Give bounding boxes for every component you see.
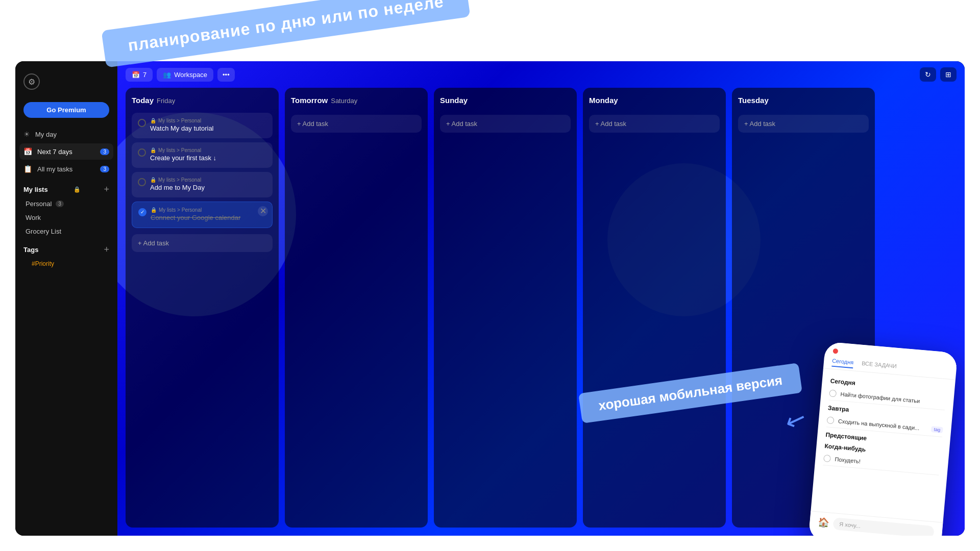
column-today: Today Friday 🔒 My lists > Personal Watch… xyxy=(126,88,279,528)
top-annotation-banner: планирование по дню или по неделе xyxy=(101,0,470,68)
monday-day-label: Monday xyxy=(589,96,618,105)
today-day-label: Today xyxy=(132,96,154,105)
add-task-button-today[interactable]: + Add task xyxy=(132,234,273,252)
mobile-task-circle xyxy=(829,389,837,397)
mobile-task-circle xyxy=(826,416,834,424)
workspace-icon: 👥 xyxy=(163,71,171,79)
mobile-home-icon[interactable]: 🏠 xyxy=(818,517,830,529)
mobile-tab-today[interactable]: Сегодня xyxy=(831,358,854,369)
all-tasks-icon: 📋 xyxy=(23,165,32,173)
refresh-button[interactable]: ↻ xyxy=(920,67,936,82)
workspace-label: Workspace xyxy=(174,71,207,79)
today-date-label: Friday xyxy=(157,97,175,105)
calendar-view-button[interactable]: 📅 7 xyxy=(126,68,153,82)
task-remove-button[interactable]: ✕ xyxy=(258,206,268,216)
tomorrow-date-label: Saturday xyxy=(331,97,357,105)
mobile-task-text: Сходить на выпускной в сади... xyxy=(838,418,927,432)
column-tomorrow: Tomorrow Saturday + Add task xyxy=(285,88,428,528)
task-title: Watch My day tutorial xyxy=(150,124,214,133)
mobile-close-dot xyxy=(833,348,839,354)
sidebar-item-label: All my tasks xyxy=(37,165,72,173)
mobile-tab-all[interactable]: ВСЕ ЗАДАЧИ xyxy=(861,360,897,372)
column-tuesday-header: Tuesday xyxy=(738,96,869,105)
work-label: Work xyxy=(26,214,41,221)
add-list-button[interactable]: + xyxy=(104,184,109,195)
sidebar-item-label: Next 7 days xyxy=(37,148,72,156)
column-monday-header: Monday xyxy=(589,96,720,105)
all-tasks-badge: 3 xyxy=(100,166,109,172)
lock-icon: 🔒 xyxy=(74,186,81,193)
settings-icon-wrapper: ⚙ xyxy=(15,69,117,98)
column-sunday: Sunday + Add task xyxy=(434,88,577,528)
column-tomorrow-header: Tomorrow Saturday xyxy=(291,96,422,105)
task-card-top: 🔒 My lists > Personal Add me to My Day xyxy=(138,177,266,192)
add-task-button-tomorrow[interactable]: + Add task xyxy=(291,115,422,133)
calendar-label: 7 xyxy=(143,71,146,79)
sidebar-list-grocery[interactable]: Grocery List xyxy=(17,224,115,238)
my-lists-header: My lists 🔒 + xyxy=(15,178,117,197)
task-checkbox[interactable] xyxy=(138,119,146,127)
tags-section: Tags + #Priority xyxy=(15,238,117,271)
column-sunday-header: Sunday xyxy=(440,96,571,105)
task-checkbox-checked[interactable]: ✓ xyxy=(138,208,146,216)
sidebar-item-label: My day xyxy=(35,131,57,138)
go-premium-button[interactable]: Go Premium xyxy=(23,102,109,118)
sidebar-list-personal[interactable]: Personal 3 xyxy=(17,197,115,211)
task-checkbox[interactable] xyxy=(138,178,146,186)
mobile-content: Сегодня Найти фотографии для статьи Завт… xyxy=(811,368,955,522)
toolbar-right: ↻ ⊞ xyxy=(920,67,957,82)
task-card-watch-tutorial[interactable]: 🔒 My lists > Personal Watch My day tutor… xyxy=(132,113,273,138)
sidebar-list-work[interactable]: Work xyxy=(17,211,115,224)
task-card-top: 🔒 My lists > Personal Watch My day tutor… xyxy=(138,118,266,133)
tags-label: Tags xyxy=(23,246,38,254)
next-7-days-icon: 📅 xyxy=(23,147,32,156)
mobile-input[interactable]: Я хочу... xyxy=(832,517,934,536)
task-content: 🔒 My lists > Personal Watch My day tutor… xyxy=(150,118,214,133)
workspace-button[interactable]: 👥 Workspace xyxy=(157,68,213,82)
task-card-create-task[interactable]: 🔒 My lists > Personal Create your first … xyxy=(132,142,273,168)
my-day-icon: ☀ xyxy=(23,130,30,138)
column-monday: Monday + Add task xyxy=(583,88,726,528)
main-content: 📅 7 👥 Workspace ••• ↻ ⊞ Today Friday xyxy=(117,61,965,536)
personal-badge: 3 xyxy=(56,201,64,207)
mobile-mockup: Сегодня ВСЕ ЗАДАЧИ Сегодня Найти фотогра… xyxy=(808,341,958,536)
add-task-button-monday[interactable]: + Add task xyxy=(589,115,720,133)
app-container: ⚙ Go Premium ☀ My day 📅 Next 7 days 3 📋 … xyxy=(15,61,965,536)
task-title: Add me to My Day xyxy=(150,184,205,192)
my-lists-label: My lists xyxy=(23,186,48,193)
mobile-tag: tag xyxy=(931,426,943,433)
sidebar-item-my-day[interactable]: ☀ My day xyxy=(19,126,113,142)
task-card-top: ✓ 🔒 My lists > Personal Connect your Goo… xyxy=(138,207,266,222)
sidebar-item-all-tasks[interactable]: 📋 All my tasks 3 xyxy=(19,161,113,177)
sidebar-nav: ☀ My day 📅 Next 7 days 3 📋 All my tasks … xyxy=(15,126,117,178)
task-meta: 🔒 My lists > Personal xyxy=(150,147,216,153)
task-title: Create your first task ↓ xyxy=(150,154,216,163)
tuesday-day-label: Tuesday xyxy=(738,96,769,105)
add-task-button-tuesday[interactable]: + Add task xyxy=(738,115,869,133)
task-checkbox[interactable] xyxy=(138,148,146,157)
grocery-label: Grocery List xyxy=(26,228,61,235)
task-content: 🔒 My lists > Personal Connect your Googl… xyxy=(151,207,240,222)
task-content: 🔒 My lists > Personal Create your first … xyxy=(150,147,216,163)
more-button[interactable]: ••• xyxy=(217,68,235,82)
sidebar-item-next-7-days[interactable]: 📅 Next 7 days 3 xyxy=(19,143,113,160)
add-tag-button[interactable]: + xyxy=(104,244,109,255)
settings-icon[interactable]: ⚙ xyxy=(23,73,40,90)
sidebar: ⚙ Go Premium ☀ My day 📅 Next 7 days 3 📋 … xyxy=(15,61,117,536)
task-meta: 🔒 My lists > Personal xyxy=(151,207,240,213)
mobile-task-circle xyxy=(823,455,831,462)
add-task-button-sunday[interactable]: + Add task xyxy=(440,115,571,133)
mobile-task-text: Похудеть! xyxy=(835,456,940,471)
task-content: 🔒 My lists > Personal Add me to My Day xyxy=(150,177,205,192)
layout-button[interactable]: ⊞ xyxy=(940,67,957,82)
tags-header: Tags + xyxy=(23,244,109,255)
tomorrow-day-label: Tomorrow xyxy=(291,96,328,105)
personal-label: Personal xyxy=(26,200,52,208)
column-today-header: Today Friday xyxy=(132,96,273,105)
task-meta: 🔒 My lists > Personal xyxy=(150,177,205,183)
task-card-top: 🔒 My lists > Personal Create your first … xyxy=(138,147,266,163)
task-card-connect-calendar[interactable]: ✓ 🔒 My lists > Personal Connect your Goo… xyxy=(132,202,273,228)
task-meta: 🔒 My lists > Personal xyxy=(150,118,214,123)
tag-priority[interactable]: #Priority xyxy=(23,258,109,269)
task-card-add-to-my-day[interactable]: 🔒 My lists > Personal Add me to My Day xyxy=(132,172,273,197)
